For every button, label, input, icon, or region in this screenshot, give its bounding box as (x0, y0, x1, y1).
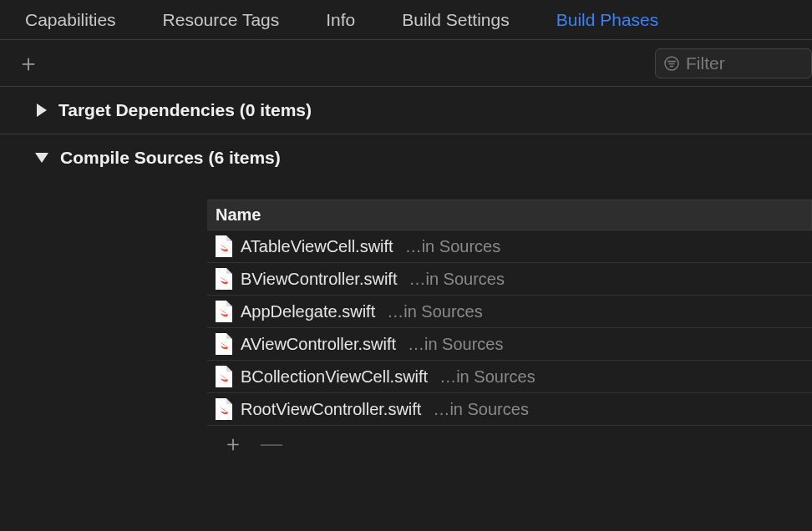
phase-title: Compile Sources (6 items) (60, 148, 281, 168)
file-name: AViewController.swift (241, 335, 396, 354)
file-name: BViewController.swift (241, 270, 397, 289)
phase-target-dependencies: Target Dependencies (0 items) (0, 87, 812, 134)
file-name: RootViewController.swift (241, 400, 421, 419)
add-phase-button[interactable]: ＋ (17, 52, 40, 75)
file-location: …in Sources (433, 400, 529, 419)
filter-field[interactable]: Filter (655, 48, 812, 78)
file-location: …in Sources (439, 367, 535, 387)
source-file-row[interactable]: BViewController.swift …in Sources (207, 263, 812, 296)
remove-source-button[interactable]: — (261, 432, 282, 454)
tab-info[interactable]: Info (302, 10, 378, 30)
tab-build-phases[interactable]: Build Phases (533, 10, 683, 30)
compile-sources-body: Name ATableViewCell.swift …in Sources BV… (0, 181, 812, 461)
source-file-row[interactable]: ATableViewCell.swift …in Sources (207, 230, 812, 263)
tab-capabilities[interactable]: Capabilities (7, 10, 140, 30)
source-file-row[interactable]: RootViewController.swift …in Sources (207, 393, 812, 426)
file-name: AppDelegate.swift (241, 302, 375, 321)
file-location: …in Sources (405, 237, 501, 256)
file-name: BCollectionViewCell.swift (241, 367, 428, 387)
add-source-button[interactable]: ＋ (222, 432, 244, 454)
tabs-bar: Capabilities Resource Tags Info Build Se… (0, 0, 812, 40)
swift-file-icon (216, 235, 232, 257)
source-file-row[interactable]: AViewController.swift …in Sources (207, 328, 812, 361)
file-location: …in Sources (408, 335, 504, 354)
swift-file-icon (216, 366, 232, 387)
file-name: ATableViewCell.swift (241, 237, 393, 256)
phase-compile-sources: Compile Sources (6 items) Name ATableVie… (0, 134, 812, 461)
phase-title: Target Dependencies (0 items) (58, 100, 312, 120)
file-location: …in Sources (387, 302, 483, 321)
source-file-row[interactable]: AppDelegate.swift …in Sources (207, 296, 812, 328)
disclosure-open-icon (35, 153, 48, 163)
swift-file-icon (216, 398, 232, 420)
phase-header-compile-sources[interactable]: Compile Sources (6 items) (0, 134, 812, 181)
column-header-name[interactable]: Name (207, 200, 812, 230)
phases-toolbar: ＋ Filter (0, 40, 812, 87)
tab-resource-tags[interactable]: Resource Tags (140, 10, 303, 30)
source-file-row[interactable]: BCollectionViewCell.swift …in Sources (207, 361, 812, 393)
tab-build-settings[interactable]: Build Settings (378, 10, 532, 30)
file-location: …in Sources (409, 270, 505, 289)
swift-file-icon (216, 301, 232, 322)
swift-file-icon (216, 333, 232, 355)
source-row-actions: ＋ — (207, 426, 812, 461)
filter-icon (664, 56, 679, 71)
filter-placeholder: Filter (686, 53, 725, 73)
phase-header-target-dependencies[interactable]: Target Dependencies (0 items) (0, 87, 812, 134)
disclosure-closed-icon (37, 104, 47, 117)
swift-file-icon (216, 268, 232, 290)
